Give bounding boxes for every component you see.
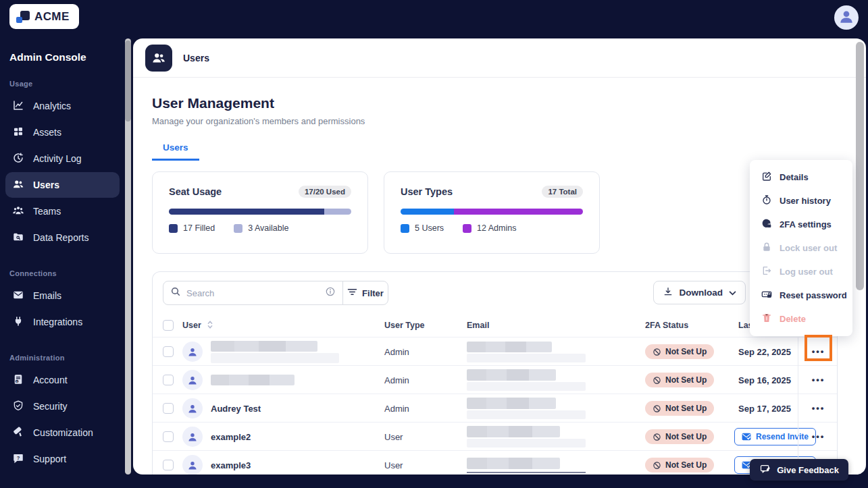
- give-feedback-button[interactable]: Give Feedback: [750, 459, 848, 481]
- row-context-menu: Details User history 2FA settings Lock u…: [750, 160, 852, 336]
- acme-logo-text: ACME: [34, 10, 70, 24]
- 2fa-status-badge: Not Set Up: [645, 458, 714, 472]
- sidebar-item-customization[interactable]: Customization: [5, 420, 120, 445]
- info-icon[interactable]: [325, 286, 336, 300]
- password-card-lock-icon: [761, 289, 772, 302]
- sidebar-item-label: Activity Log: [33, 153, 82, 164]
- users-page-icon: [145, 45, 172, 72]
- sidebar-section-usage: Usage: [0, 80, 125, 88]
- lock-icon: [761, 242, 772, 254]
- row-menu-button[interactable]: •••: [812, 405, 825, 412]
- teams-icon: [12, 205, 24, 219]
- sidebar-item-label: Customization: [33, 427, 93, 438]
- menu-item-details[interactable]: Details: [750, 165, 852, 189]
- page-scrollbar-thumb[interactable]: [125, 40, 131, 121]
- sidebar-item-label: Assets: [33, 127, 61, 138]
- menu-item-user-history[interactable]: User history: [750, 189, 852, 213]
- clock-icon: [12, 152, 24, 166]
- sidebar-item-data-reports[interactable]: Data Reports: [5, 225, 120, 250]
- sidebar-item-label: Emails: [33, 290, 61, 301]
- feedback-icon: [759, 464, 771, 477]
- sidebar-item-assets[interactable]: Assets: [5, 119, 120, 145]
- user-types-card: User Types 17 Total 5 Users 12 Admins: [384, 171, 600, 254]
- user-type: Admin: [379, 375, 464, 385]
- last-login: Sep 22, 2025: [736, 347, 798, 357]
- table-row: example2 User Not Set Up Resend Invite •…: [153, 422, 837, 450]
- user-types-badge: 17 Total: [542, 186, 583, 198]
- avatar: [182, 342, 203, 362]
- tab-bar: Users: [152, 142, 847, 161]
- redacted-name: [211, 375, 295, 385]
- sidebar-item-label: Security: [33, 401, 68, 412]
- column-email: Email: [464, 321, 642, 330]
- person-icon: [838, 7, 855, 28]
- shield-check-icon: [12, 400, 24, 414]
- content-scrollbar-thumb[interactable]: [856, 42, 864, 290]
- column-user-type: User Type: [379, 321, 464, 330]
- user-avatar-button[interactable]: [834, 5, 859, 30]
- edit-square-icon: [761, 171, 772, 184]
- page-label: Users: [183, 53, 209, 63]
- stopwatch-icon: [761, 194, 772, 207]
- redacted-email: [464, 342, 642, 362]
- row-checkbox[interactable]: [163, 431, 174, 442]
- sidebar-item-label: Account: [33, 375, 68, 385]
- select-all-checkbox[interactable]: [163, 320, 174, 331]
- page-title: User Management: [152, 95, 847, 111]
- download-icon: [663, 286, 673, 299]
- search-box[interactable]: [163, 281, 343, 305]
- seat-usage-badge: 17/20 Used: [299, 186, 351, 198]
- sidebar-item-teams[interactable]: Teams: [5, 198, 120, 224]
- filter-button[interactable]: Filter: [342, 281, 388, 305]
- row-menu-button[interactable]: •••: [812, 377, 825, 383]
- row-menu-button[interactable]: •••: [812, 433, 825, 440]
- menu-item-lock-user-out: Lock user out: [750, 236, 852, 260]
- redacted-email: [464, 369, 642, 391]
- sidebar-item-activity-log[interactable]: Activity Log: [5, 146, 120, 171]
- sidebar-item-analytics[interactable]: Analytics: [5, 93, 120, 119]
- sidebar-item-support[interactable]: ? Support: [5, 446, 120, 472]
- user-name: example3: [211, 460, 251, 470]
- last-login: Sep 17, 2025: [736, 404, 798, 414]
- row-checkbox[interactable]: [163, 346, 174, 357]
- tab-users[interactable]: Users: [152, 142, 199, 161]
- sidebar-item-label: Support: [33, 454, 66, 464]
- download-button[interactable]: Download: [653, 281, 746, 304]
- legend-filled: 17 Filled: [169, 223, 215, 233]
- page-subtitle: Manage your organization's members and p…: [152, 116, 847, 126]
- sidebar-item-emails[interactable]: Emails: [5, 283, 120, 308]
- legend-users: 5 Users: [401, 223, 444, 233]
- menu-item-delete: Delete: [750, 307, 852, 331]
- sidebar-item-security[interactable]: Security: [5, 394, 120, 419]
- column-2fa-status: 2FA Status: [642, 321, 736, 330]
- analytics-icon: [12, 99, 24, 113]
- sidebar-item-account[interactable]: $ Account: [5, 367, 120, 393]
- content-header: Users: [133, 38, 866, 78]
- row-checkbox[interactable]: [163, 375, 174, 385]
- menu-item-log-user-out: Log user out: [750, 260, 852, 283]
- table-row: Audrey Test Admin Not Set Up Sep 17, 202…: [153, 394, 837, 422]
- redacted-email: [464, 458, 642, 473]
- chevron-down-icon: [729, 288, 736, 298]
- envelope-icon: [12, 289, 24, 303]
- sidebar-item-users[interactable]: Users: [5, 172, 120, 198]
- user-types-bar: [401, 209, 583, 215]
- search-input[interactable]: [186, 288, 320, 298]
- redacted-email: [464, 426, 642, 448]
- page-scrollbar[interactable]: [125, 38, 131, 475]
- sidebar-section-connections: Connections: [0, 269, 125, 277]
- row-checkbox[interactable]: [163, 403, 174, 414]
- row-menu-button[interactable]: •••: [812, 348, 825, 355]
- acme-logo[interactable]: ACME: [9, 4, 79, 29]
- sidebar-item-label: Data Reports: [33, 232, 88, 243]
- sidebar-item-integrations[interactable]: Integrations: [5, 309, 120, 335]
- redacted-email: [464, 398, 642, 419]
- menu-item-reset-password[interactable]: Reset password: [750, 283, 852, 307]
- help-bubble-icon: ?: [12, 452, 24, 466]
- sort-icon[interactable]: [207, 320, 213, 331]
- menu-item-2fa-settings[interactable]: 2FA settings: [750, 213, 852, 236]
- 2fa-status-badge: Not Set Up: [645, 429, 714, 444]
- row-checkbox[interactable]: [163, 460, 174, 470]
- plug-icon: [12, 315, 24, 329]
- redacted-name: [211, 341, 339, 363]
